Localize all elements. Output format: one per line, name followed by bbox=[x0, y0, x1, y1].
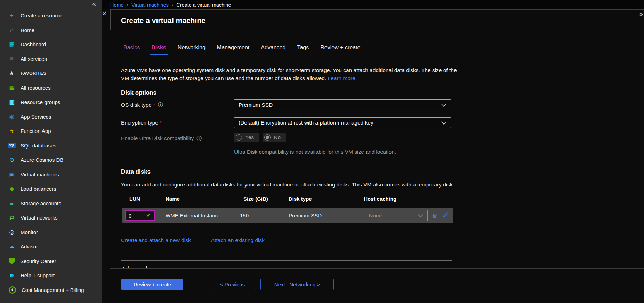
disks-intro-text: Azure VMs have one operating system disk… bbox=[121, 66, 466, 82]
data-disk-table-row: ✓ WME-External-Instanc... 150 Premium SS… bbox=[122, 208, 453, 223]
sidebar-item-app-services[interactable]: ◉ App Services bbox=[0, 110, 102, 124]
wizard-tabs: Basics Disks Networking Management Advan… bbox=[122, 44, 361, 55]
sql-databases-icon: SQL bbox=[8, 143, 16, 148]
edit-disk-icon[interactable] bbox=[442, 212, 449, 220]
column-disk-type: Disk type bbox=[289, 196, 312, 202]
sidebar-item-azure-cosmos-db[interactable]: ⊙ Azure Cosmos DB bbox=[0, 153, 102, 167]
sidebar-item-create-a-resource[interactable]: + Create a resource bbox=[0, 8, 102, 23]
load-balancers-icon: ◆ bbox=[8, 185, 16, 192]
next-networking-button[interactable]: Next : Networking > bbox=[260, 279, 334, 290]
chevron-down-icon bbox=[441, 119, 447, 125]
focus-outline-top bbox=[110, 30, 644, 30]
chevron-down-icon bbox=[441, 101, 447, 107]
resource-groups-icon: ▣ bbox=[8, 99, 16, 106]
close-blade-icon[interactable]: × bbox=[102, 10, 106, 18]
all-resources-grid-icon: ▦ bbox=[8, 84, 16, 91]
os-disk-type-select[interactable]: Premium SSD bbox=[234, 99, 451, 110]
sidebar-item-virtual-machines[interactable]: ▣ Virtual machines bbox=[0, 167, 102, 182]
sidebar-item-monitor[interactable]: ◎ Monitor bbox=[0, 225, 102, 240]
info-icon[interactable]: ⓘ bbox=[158, 102, 163, 108]
delete-disk-icon[interactable] bbox=[432, 212, 438, 220]
sidebar-item-all-services[interactable]: ≡ All services bbox=[0, 52, 102, 66]
disk-options-heading: Disk options bbox=[121, 89, 156, 96]
footer-divider bbox=[110, 268, 644, 269]
tab-networking[interactable]: Networking bbox=[177, 44, 207, 55]
tab-review-create[interactable]: Review + create bbox=[319, 44, 361, 55]
sidebar-item-storage-accounts[interactable]: ≡ Storage accounts bbox=[0, 196, 102, 211]
all-services-icon: ≡ bbox=[8, 55, 16, 62]
os-disk-type-label-text: OS disk type bbox=[121, 102, 152, 108]
ultra-disk-no-radio[interactable]: No bbox=[263, 133, 286, 142]
tab-advanced[interactable]: Advanced bbox=[260, 44, 287, 55]
plus-icon: + bbox=[8, 12, 16, 19]
ultra-disk-note: Ultra Disk compatibility is not availabl… bbox=[234, 149, 396, 155]
disks-intro-body: Azure VMs have one operating system disk… bbox=[121, 67, 457, 81]
column-size: Size (GiB) bbox=[243, 196, 268, 202]
previous-button[interactable]: < Previous bbox=[209, 279, 256, 290]
help-support-icon: ☻ bbox=[8, 272, 16, 279]
required-asterisk: * bbox=[153, 102, 155, 108]
sidebar-item-cost-management-billing[interactable]: $ Cost Management + Billing bbox=[0, 283, 102, 297]
star-icon: ★ bbox=[8, 70, 16, 77]
ultra-disk-label-text: Enable Ultra Disk compatibility bbox=[121, 135, 194, 142]
sidebar-item-security-center[interactable]: Security Center bbox=[0, 254, 102, 269]
sidebar-item-sql-databases[interactable]: SQL SQL databases bbox=[0, 138, 102, 153]
sidebar-item-advisor[interactable]: ☁ Advisor bbox=[0, 239, 102, 254]
function-app-lightning-icon: ϟ bbox=[8, 128, 16, 135]
host-caching-select[interactable]: None bbox=[365, 210, 428, 221]
review-create-button[interactable]: Review + create bbox=[121, 279, 183, 290]
app-services-icon: ◉ bbox=[8, 113, 16, 120]
ultra-disk-no-label: No bbox=[274, 134, 281, 141]
clipped-section-heading: Advanced bbox=[122, 265, 147, 268]
column-host-caching: Host caching bbox=[364, 196, 396, 202]
tab-disks[interactable]: Disks bbox=[150, 44, 167, 55]
sidebar-collapse-icon[interactable]: « bbox=[92, 0, 96, 8]
sidebar-item-virtual-networks[interactable]: ⇄ Virtual networks bbox=[0, 210, 102, 225]
ultra-disk-radio-group: Yes No bbox=[234, 133, 286, 142]
ultra-disk-yes-label: Yes bbox=[245, 134, 254, 141]
cosmos-db-icon: ⊙ bbox=[8, 157, 16, 164]
security-center-shield-icon bbox=[9, 258, 15, 264]
ultra-disk-yes-radio[interactable]: Yes bbox=[234, 133, 259, 142]
required-asterisk: * bbox=[160, 120, 162, 126]
breadcrumb-home-link[interactable]: Home bbox=[110, 2, 124, 8]
expand-blade-icon[interactable]: » bbox=[639, 10, 643, 18]
sidebar-item-all-resources[interactable]: ▦ All resources bbox=[0, 81, 102, 95]
chevron-down-icon bbox=[418, 212, 424, 218]
encryption-type-value: (Default) Encryption at rest with a plat… bbox=[239, 120, 373, 126]
blade-left-border bbox=[110, 9, 111, 30]
breadcrumb-separator-icon: › bbox=[172, 2, 173, 7]
breadcrumb: Home › Virtual machines › Create a virtu… bbox=[102, 0, 644, 9]
sidebar-item-dashboard[interactable]: ▦ Dashboard bbox=[0, 37, 102, 52]
focus-outline-left bbox=[110, 30, 110, 303]
blade-top-border bbox=[110, 9, 644, 10]
sidebar-item-help-support[interactable]: ☻ Help + support bbox=[0, 268, 102, 283]
monitor-gauge-icon: ◎ bbox=[8, 229, 16, 236]
virtual-machines-icon: ▣ bbox=[8, 171, 16, 178]
tab-tags[interactable]: Tags bbox=[296, 44, 310, 55]
tab-management[interactable]: Management bbox=[216, 44, 250, 55]
host-caching-value: None bbox=[369, 213, 382, 219]
learn-more-link[interactable]: Learn more bbox=[328, 75, 355, 81]
os-disk-type-label: OS disk type * ⓘ bbox=[121, 99, 163, 110]
breadcrumb-separator-icon: › bbox=[127, 2, 128, 7]
sidebar-item-favorites[interactable]: ★ FAVORITES bbox=[0, 66, 102, 81]
page-title: Create a virtual machine bbox=[121, 16, 206, 25]
breadcrumb-virtual-machines-link[interactable]: Virtual machines bbox=[131, 2, 169, 8]
sidebar-item-home[interactable]: ⌂ Home bbox=[0, 23, 102, 38]
valid-check-icon: ✓ bbox=[146, 212, 151, 218]
disk-size-cell: 150 bbox=[240, 213, 249, 218]
info-icon[interactable]: ⓘ bbox=[196, 135, 202, 142]
column-lun: LUN bbox=[129, 196, 140, 202]
encryption-type-select[interactable]: (Default) Encryption at rest with a plat… bbox=[234, 117, 451, 128]
sidebar-item-function-app[interactable]: ϟ Function App bbox=[0, 124, 102, 138]
sidebar: « + Create a resource ⌂ Home ▦ Dashboard… bbox=[0, 0, 102, 303]
create-attach-new-disk-link[interactable]: Create and attach a new disk bbox=[121, 237, 191, 244]
encryption-type-label: Encryption type * bbox=[121, 117, 162, 128]
sidebar-item-resource-groups[interactable]: ▣ Resource groups bbox=[0, 95, 102, 110]
attach-existing-disk-link[interactable]: Attach an existing disk bbox=[211, 237, 265, 244]
tab-basics[interactable]: Basics bbox=[122, 44, 141, 55]
sidebar-item-load-balancers[interactable]: ◆ Load balancers bbox=[0, 182, 102, 196]
virtual-networks-icon: ⇄ bbox=[8, 214, 16, 221]
radio-checked-icon bbox=[264, 134, 271, 141]
